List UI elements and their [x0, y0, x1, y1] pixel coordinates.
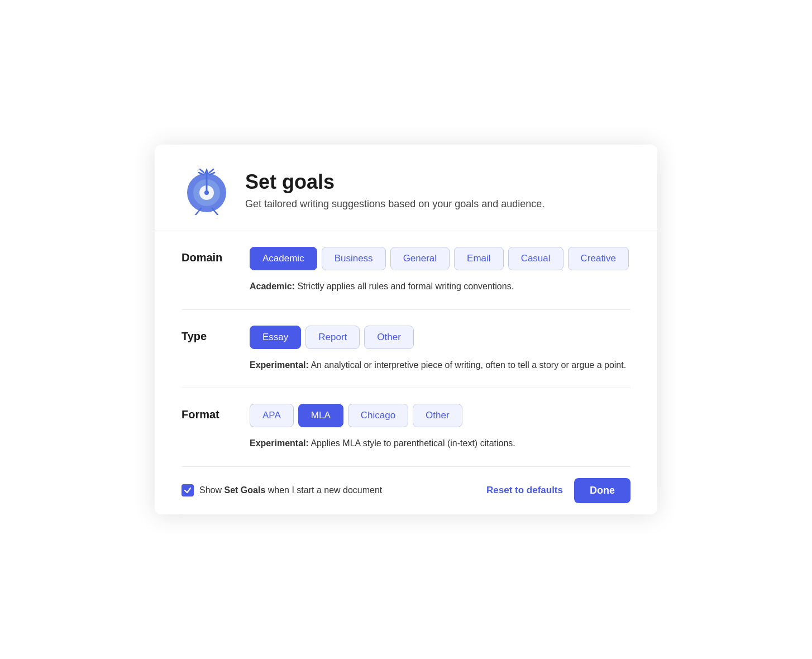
- checkbox-label: Show Set Goals when I start a new docume…: [199, 485, 382, 495]
- set-goals-modal: Set goals Get tailored writing suggestio…: [155, 145, 657, 514]
- format-button-group: APA MLA Chicago Other: [250, 404, 631, 427]
- checkbox-label-part1: Show: [199, 485, 224, 495]
- footer-left: Show Set Goals when I start a new docume…: [181, 484, 382, 496]
- format-description-label: Experimental:: [250, 438, 309, 448]
- format-section: Format APA MLA Chicago Other Experimenta…: [181, 388, 631, 467]
- type-description-text: An analytical or interpretive piece of w…: [311, 360, 626, 370]
- domain-btn-casual[interactable]: Casual: [508, 247, 563, 270]
- type-content: Essay Report Other Experimental: An anal…: [250, 326, 631, 373]
- type-btn-other[interactable]: Other: [364, 326, 414, 349]
- domain-description-text: Strictly applies all rules and formal wr…: [297, 281, 514, 291]
- type-description-label: Experimental:: [250, 360, 309, 370]
- domain-btn-general[interactable]: General: [390, 247, 450, 270]
- page-title: Set goals: [245, 170, 544, 194]
- modal-header: Set goals Get tailored writing suggestio…: [155, 145, 657, 231]
- header-text: Set goals Get tailored writing suggestio…: [245, 170, 544, 210]
- domain-section: Domain Academic Business General Email C…: [181, 231, 631, 310]
- domain-content: Academic Business General Email Casual C…: [250, 247, 631, 294]
- page-subtitle: Get tailored writing suggestions based o…: [245, 198, 544, 210]
- type-description: Experimental: An analytical or interpret…: [250, 358, 631, 373]
- svg-line-6: [200, 169, 204, 173]
- type-section: Type Essay Report Other Experimental: An…: [181, 310, 631, 389]
- checkbox-label-bold: Set Goals: [224, 485, 265, 495]
- type-btn-essay[interactable]: Essay: [250, 326, 301, 349]
- checkbox-label-part2: when I start a new document: [268, 485, 383, 495]
- format-label: Format: [181, 404, 232, 421]
- show-goals-checkbox-wrapper[interactable]: Show Set Goals when I start a new docume…: [181, 484, 382, 496]
- domain-label: Domain: [181, 247, 232, 264]
- modal-body: Domain Academic Business General Email C…: [155, 231, 657, 467]
- type-label: Type: [181, 326, 232, 343]
- type-btn-report[interactable]: Report: [305, 326, 360, 349]
- domain-btn-creative[interactable]: Creative: [568, 247, 629, 270]
- domain-description: Academic: Strictly applies all rules and…: [250, 279, 631, 294]
- domain-btn-business[interactable]: Business: [322, 247, 386, 270]
- format-btn-chicago[interactable]: Chicago: [348, 404, 408, 427]
- format-btn-other[interactable]: Other: [413, 404, 462, 427]
- format-content: APA MLA Chicago Other Experimental: Appl…: [250, 404, 631, 451]
- format-btn-apa[interactable]: APA: [250, 404, 294, 427]
- reset-button[interactable]: Reset to defaults: [486, 485, 563, 496]
- domain-btn-academic[interactable]: Academic: [250, 247, 317, 270]
- checkbox[interactable]: [181, 484, 194, 496]
- format-description: Experimental: Applies MLA style to paren…: [250, 436, 631, 451]
- domain-description-label: Academic:: [250, 281, 295, 291]
- footer-right: Reset to defaults Done: [486, 478, 631, 503]
- domain-btn-email[interactable]: Email: [454, 247, 504, 270]
- type-button-group: Essay Report Other: [250, 326, 631, 349]
- format-description-text: Applies MLA style to parenthetical (in-t…: [311, 438, 515, 448]
- done-button[interactable]: Done: [574, 478, 631, 503]
- domain-button-group: Academic Business General Email Casual C…: [250, 247, 631, 270]
- format-btn-mla[interactable]: MLA: [298, 404, 343, 427]
- target-icon: [181, 165, 232, 215]
- svg-line-8: [209, 169, 213, 173]
- svg-marker-5: [204, 168, 209, 174]
- modal-footer: Show Set Goals when I start a new docume…: [155, 467, 657, 514]
